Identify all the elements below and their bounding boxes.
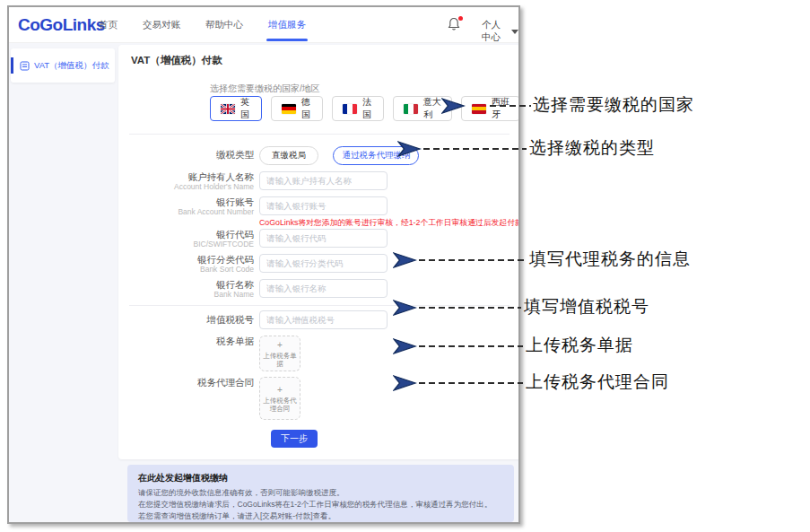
- annotation-dash-line: [423, 148, 527, 150]
- field-label: 税务单据: [118, 336, 254, 346]
- field-label: 税务代理合同: [118, 377, 254, 388]
- tax-type-option-direct[interactable]: 直缴税局: [259, 146, 318, 165]
- main-nav: 首页 交易对账 帮助中心 增值服务: [99, 7, 306, 43]
- field-label: 银行代码: [118, 229, 254, 240]
- upload-label: 上传税务单据: [262, 352, 298, 368]
- plus-icon: +: [277, 340, 283, 350]
- annotation-fill-vat-number: 填写增值税税号: [524, 295, 649, 318]
- annotation-arrow-icon: [393, 299, 417, 317]
- notification-badge: [458, 16, 463, 21]
- annotation-upload-agent-contract: 上传税务代理合同: [526, 371, 669, 394]
- annotation-arrow-icon: [393, 337, 417, 355]
- annotation-select-tax-type: 选择缴税的类型: [529, 136, 655, 160]
- sidebar: VAT（增值税）付款: [11, 48, 115, 83]
- nav-item-reconciliation[interactable]: 交易对账: [143, 7, 180, 43]
- annotation-dash-line: [419, 345, 523, 347]
- country-option-germany[interactable]: 德国: [271, 96, 323, 121]
- app-window: CoGoLinks 首页 交易对账 帮助中心 增值服务 个人中心: [7, 5, 520, 524]
- sidebar-item-label: VAT（增值税）付款: [34, 60, 109, 72]
- spain-flag-icon: [472, 104, 486, 114]
- field-sublabel: Bank Account Number: [118, 207, 254, 217]
- annotation-arrow-icon: [393, 251, 417, 269]
- field-sublabel: Bank Name: [118, 290, 254, 300]
- vat-number-input[interactable]: [259, 310, 388, 329]
- upload-label: 上传税务代理合同: [262, 397, 298, 413]
- uk-flag-icon: [221, 104, 235, 114]
- bank-code-input[interactable]: [259, 229, 388, 248]
- italy-flag-icon: [404, 104, 418, 114]
- bank-name-input[interactable]: [259, 279, 388, 298]
- plus-icon: +: [277, 385, 283, 395]
- tax-type-label: 缴税类型: [118, 145, 254, 164]
- nav-item-home[interactable]: 首页: [99, 7, 118, 43]
- field-label: 银行名称: [118, 279, 254, 290]
- account-holder-input[interactable]: [259, 171, 388, 190]
- germany-flag-icon: [282, 104, 296, 114]
- country-label: 英国: [240, 96, 251, 121]
- france-flag-icon: [343, 104, 357, 114]
- notice-line: 请保证您的境外收款信息准确有效，否则可能影响缴税进度。: [138, 487, 503, 499]
- country-option-uk[interactable]: 英国: [210, 96, 262, 121]
- active-indicator-bar: [11, 57, 13, 74]
- country-label: 德国: [301, 96, 312, 121]
- top-navbar: CoGoLinks 首页 交易对账 帮助中心 增值服务 个人中心: [9, 7, 518, 43]
- field-sublabel: Account Holder's Name: [118, 182, 254, 192]
- user-menu-label: 个人中心: [482, 19, 508, 44]
- upload-agent-contract-box[interactable]: + 上传税务代理合同: [259, 377, 300, 420]
- field-label: 银行分类代码: [118, 254, 254, 265]
- field-label: 增值税税号: [118, 310, 254, 329]
- annotation-arrow-icon: [441, 97, 466, 115]
- field-label: 账户持有人名称: [118, 171, 254, 182]
- user-menu[interactable]: 个人中心: [482, 19, 518, 44]
- annotation-dash-line: [419, 307, 521, 309]
- country-label: 意大利: [423, 96, 441, 121]
- divider: [129, 305, 510, 306]
- country-label: 法国: [362, 96, 373, 121]
- cogolinks-logo[interactable]: CoGoLinks: [18, 15, 105, 35]
- notice-panel: 在此处发起增值税缴纳 请保证您的境外收款信息准确有效，否则可能影响缴税进度。 在…: [127, 465, 514, 522]
- annotation-upload-tax-document: 上传税务单据: [526, 334, 633, 357]
- annotation-arrow-icon: [397, 140, 422, 158]
- country-option-spain[interactable]: 西班牙: [461, 96, 520, 121]
- notice-line: 若您需查询增值税缴纳订单，请进入[交易对账-付款]查看。: [138, 510, 503, 522]
- sort-code-input[interactable]: [259, 254, 388, 273]
- country-option-france[interactable]: 法国: [332, 96, 384, 121]
- notice-line: 在您提交增值税缴纳请求后，CoGoLinks将在1-2个工作日审核您的税务代理信…: [138, 499, 503, 510]
- upload-tax-document-box[interactable]: + 上传税务单据: [259, 336, 300, 371]
- annotation-fill-agent-info: 填写代理税务的信息: [529, 248, 691, 271]
- field-label: 银行账号: [118, 196, 254, 207]
- annotation-dash-line: [490, 105, 531, 107]
- annotation-select-country: 选择需要缴税的国家: [533, 93, 694, 117]
- page: CoGoLinks 首页 交易对账 帮助中心 增值服务 个人中心: [0, 0, 810, 532]
- country-section-label: 选择您需要缴税的国家/地区: [210, 83, 320, 95]
- notification-bell-icon[interactable]: [448, 17, 462, 33]
- country-label: 西班牙: [492, 96, 510, 121]
- annotation-dash-line: [419, 259, 525, 261]
- country-selector: 英国 德国 法国: [210, 96, 520, 121]
- notice-title: 在此处发起增值税缴纳: [138, 472, 503, 484]
- bank-account-input[interactable]: [259, 196, 388, 215]
- next-step-button[interactable]: 下一步: [271, 430, 318, 448]
- caret-down-icon: [511, 30, 518, 34]
- nav-item-value-added-services[interactable]: 增值服务: [268, 7, 306, 43]
- field-sublabel: Bank Sort Code: [118, 265, 254, 275]
- receipt-icon: [20, 61, 30, 71]
- review-note: CoGoLinks将对您添加的账号进行审核，经1-2个工作日审核通过后发起付款: [259, 218, 520, 229]
- sidebar-item-vat-payment[interactable]: VAT（增值税）付款: [11, 48, 115, 83]
- annotation-dash-line: [419, 382, 523, 384]
- nav-item-help-center[interactable]: 帮助中心: [205, 7, 243, 43]
- divider: [129, 134, 510, 135]
- annotation-arrow-icon: [393, 374, 417, 392]
- field-sublabel: BIC/SWIFTCODE: [118, 240, 254, 249]
- page-title: VAT（增值税）付款: [131, 54, 222, 67]
